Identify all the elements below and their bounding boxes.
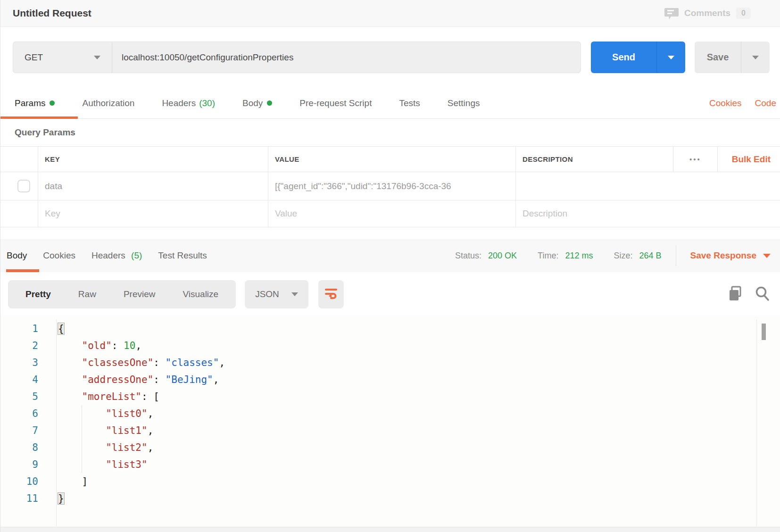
method-value: GET	[25, 52, 43, 63]
response-toolbar: Pretty Raw Preview Visualize JSON	[0, 272, 780, 316]
cookies-link[interactable]: Cookies	[709, 98, 742, 108]
bulk-edit-link[interactable]: Bulk Edit	[717, 147, 780, 172]
tab-settings-label: Settings	[448, 98, 480, 108]
response-tab-body[interactable]: Body	[7, 250, 27, 261]
code-link[interactable]: Code	[755, 98, 776, 108]
send-options-button[interactable]	[656, 42, 685, 73]
tab-params-label: Params	[15, 98, 45, 108]
line-number: 11	[0, 493, 38, 504]
comments-control[interactable]: Comments 0	[664, 7, 751, 20]
param-row: data [{"agent_id":"366","udid":"13176b96…	[0, 172, 780, 200]
save-response-caret-icon	[763, 254, 771, 258]
request-tabs-bar: Params Authorization Headers (30) Body P…	[0, 88, 780, 119]
send-caret-icon	[668, 56, 674, 59]
tab-pre-request-script[interactable]: Pre-request Script	[299, 98, 372, 108]
request-bar: GET localhost:10050/getConfigurationProp…	[0, 27, 780, 88]
method-select[interactable]: GET	[13, 42, 112, 73]
response-tabs-bar: Body Cookies Headers (5) Test Results St…	[0, 239, 780, 272]
tab-authorization[interactable]: Authorization	[82, 98, 134, 108]
new-param-row: Key Value Description	[0, 200, 780, 227]
code-line: 9 "list3"	[0, 456, 780, 473]
search-response-button[interactable]	[755, 286, 770, 302]
tab-headers-label: Headers	[162, 98, 196, 108]
save-response-label: Save Response	[690, 250, 756, 261]
save-button[interactable]: Save	[695, 42, 741, 73]
tab-tests[interactable]: Tests	[399, 98, 420, 108]
comments-count-badge: 0	[736, 8, 751, 19]
value-column-header: VALUE	[268, 147, 516, 172]
url-input[interactable]: localhost:10050/getConfigurationProperti…	[112, 42, 581, 73]
response-active-tab-underline	[6, 269, 39, 272]
params-more-options-button[interactable]: •••	[673, 147, 717, 172]
tab-params[interactable]: Params	[15, 98, 55, 108]
response-tab-headers[interactable]: Headers (5)	[91, 250, 142, 261]
copy-response-button[interactable]	[728, 286, 743, 302]
code-line: 4 "addressOne": "BeJing",	[0, 371, 780, 388]
view-tab-pretty[interactable]: Pretty	[12, 289, 65, 299]
code-line: 3 "classesOne": "classes",	[0, 354, 780, 371]
response-tab-headers-label: Headers	[91, 250, 125, 260]
comments-label: Comments	[684, 8, 730, 18]
tab-tests-label: Tests	[399, 98, 420, 108]
tab-headers[interactable]: Headers (30)	[162, 98, 215, 108]
response-headers-count: (5)	[131, 250, 142, 260]
time-value: 212 ms	[565, 251, 593, 261]
view-tab-raw[interactable]: Raw	[65, 289, 110, 299]
format-caret-icon	[291, 292, 298, 296]
url-group: GET localhost:10050/getConfigurationProp…	[13, 42, 581, 73]
code-line: 10 ]	[0, 473, 780, 490]
description-header-label: DESCRIPTION	[516, 155, 573, 163]
send-button-group: Send	[591, 42, 685, 73]
body-active-dot	[267, 100, 272, 106]
query-params-title: Query Params	[15, 127, 75, 138]
line-number: 7	[0, 425, 38, 436]
tab-body[interactable]: Body	[242, 98, 272, 108]
response-tab-test-results-label: Test Results	[158, 250, 207, 260]
key-placeholder: Key	[45, 208, 60, 219]
code-line: 5 "moreList": [	[0, 388, 780, 405]
new-param-value-cell[interactable]: Value	[268, 200, 516, 227]
response-view-switcher: Pretty Raw Preview Visualize	[8, 280, 236, 308]
new-param-checkbox-cell	[0, 200, 38, 227]
response-tab-body-label: Body	[7, 250, 27, 260]
save-options-button[interactable]	[741, 42, 770, 73]
response-toolbar-icons	[728, 280, 770, 302]
code-line: 11}	[0, 490, 780, 507]
response-body-editor[interactable]: 1{2 "old": 10,3 "classesOne": "classes",…	[0, 316, 780, 532]
headers-count: (30)	[199, 98, 215, 108]
save-button-group: Save	[695, 42, 770, 73]
size-label: Size:	[614, 251, 632, 261]
view-tab-visualize[interactable]: Visualize	[169, 289, 232, 299]
size-value: 264 B	[639, 251, 661, 261]
comments-icon	[664, 7, 679, 20]
gutter-divider	[56, 319, 57, 526]
query-params-heading-row: Query Params	[0, 119, 780, 146]
param-key-value: data	[45, 181, 62, 191]
key-column-header: KEY	[38, 147, 268, 172]
line-number: 3	[0, 357, 38, 368]
response-tab-cookies-label: Cookies	[43, 250, 75, 260]
wrap-text-button[interactable]	[318, 280, 344, 308]
save-response-button[interactable]: Save Response	[690, 250, 771, 261]
response-format-select[interactable]: JSON	[245, 280, 308, 308]
response-meta: Status: 200 OK Time: 212 ms Size: 264 B …	[455, 245, 780, 266]
new-param-description-cell[interactable]: Description	[516, 200, 780, 227]
param-checkbox[interactable]	[17, 180, 30, 192]
vertical-scrollbar-thumb[interactable]	[762, 324, 766, 340]
param-description-cell[interactable]	[516, 172, 780, 200]
response-tab-test-results[interactable]: Test Results	[158, 250, 207, 261]
code-line: 2 "old": 10,	[0, 337, 780, 354]
new-param-key-cell[interactable]: Key	[38, 200, 268, 227]
vertical-scrollbar[interactable]	[756, 319, 780, 526]
send-button[interactable]: Send	[591, 42, 656, 73]
description-placeholder: Description	[523, 208, 567, 219]
horizontal-scrollbar[interactable]	[0, 527, 780, 532]
tab-settings[interactable]: Settings	[448, 98, 480, 108]
code-lines: 1{2 "old": 10,3 "classesOne": "classes",…	[0, 316, 780, 507]
wrap-text-icon	[324, 287, 338, 301]
response-tab-cookies[interactable]: Cookies	[43, 250, 75, 261]
param-key-cell[interactable]: data	[38, 172, 268, 200]
view-tab-preview[interactable]: Preview	[110, 289, 169, 299]
method-caret-icon	[94, 56, 100, 59]
param-value-cell[interactable]: [{"agent_id":"366","udid":"13176b96-3cca…	[268, 172, 516, 200]
